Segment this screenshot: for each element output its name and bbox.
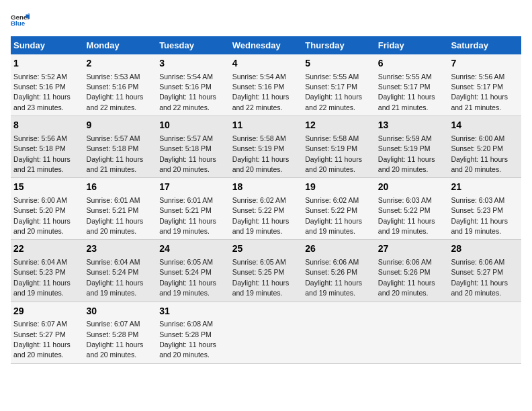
calendar-cell: 2Sunrise: 5:53 AM Sunset: 5:16 PM Daylig… (84, 54, 157, 116)
calendar-cell: 14Sunrise: 6:00 AM Sunset: 5:20 PM Dayli… (448, 116, 521, 178)
week-row-3: 15Sunrise: 6:00 AM Sunset: 5:20 PM Dayli… (11, 178, 521, 240)
day-number: 21 (451, 181, 519, 194)
calendar-cell: 10Sunrise: 5:57 AM Sunset: 5:18 PM Dayli… (157, 116, 230, 178)
day-info: Sunrise: 6:08 AM Sunset: 5:28 PM Dayligh… (159, 320, 216, 359)
day-info: Sunrise: 6:06 AM Sunset: 5:27 PM Dayligh… (451, 258, 508, 297)
day-info: Sunrise: 5:53 AM Sunset: 5:16 PM Dayligh… (87, 73, 144, 111)
day-info: Sunrise: 6:03 AM Sunset: 5:23 PM Dayligh… (451, 196, 508, 235)
day-number: 14 (451, 119, 519, 132)
calendar-cell: 28Sunrise: 6:06 AM Sunset: 5:27 PM Dayli… (448, 240, 521, 302)
day-info: Sunrise: 6:03 AM Sunset: 5:22 PM Dayligh… (378, 196, 435, 235)
day-info: Sunrise: 5:52 AM Sunset: 5:16 PM Dayligh… (13, 73, 71, 111)
day-number: 6 (378, 57, 446, 71)
calendar-cell: 11Sunrise: 5:58 AM Sunset: 5:19 PM Dayli… (230, 116, 303, 178)
day-info: Sunrise: 5:55 AM Sunset: 5:17 PM Dayligh… (378, 73, 435, 111)
week-row-1: 1Sunrise: 5:52 AM Sunset: 5:16 PM Daylig… (11, 54, 521, 116)
week-row-2: 8Sunrise: 5:56 AM Sunset: 5:18 PM Daylig… (11, 116, 521, 178)
day-info: Sunrise: 5:56 AM Sunset: 5:17 PM Dayligh… (451, 73, 508, 111)
day-info: Sunrise: 5:58 AM Sunset: 5:19 PM Dayligh… (232, 134, 290, 173)
day-number: 31 (159, 305, 227, 318)
calendar-cell: 15Sunrise: 6:00 AM Sunset: 5:20 PM Dayli… (11, 178, 84, 240)
day-info: Sunrise: 6:02 AM Sunset: 5:22 PM Dayligh… (232, 196, 290, 235)
day-info: Sunrise: 5:57 AM Sunset: 5:18 PM Dayligh… (87, 134, 144, 173)
calendar-cell: 23Sunrise: 6:04 AM Sunset: 5:24 PM Dayli… (84, 240, 157, 302)
day-number: 5 (305, 57, 373, 71)
day-number: 19 (305, 181, 373, 194)
day-info: Sunrise: 5:54 AM Sunset: 5:16 PM Dayligh… (159, 73, 216, 111)
day-number: 13 (378, 119, 446, 132)
logo: General Blue (11, 11, 32, 30)
calendar-cell: 25Sunrise: 6:05 AM Sunset: 5:25 PM Dayli… (230, 240, 303, 302)
day-number: 27 (378, 242, 446, 256)
day-number: 12 (305, 119, 373, 132)
calendar-cell: 9Sunrise: 5:57 AM Sunset: 5:18 PM Daylig… (84, 116, 157, 178)
calendar-cell: 6Sunrise: 5:55 AM Sunset: 5:17 PM Daylig… (375, 54, 449, 116)
week-row-5: 29Sunrise: 6:07 AM Sunset: 5:27 PM Dayli… (11, 302, 521, 363)
header-friday: Friday (375, 36, 449, 54)
day-number: 24 (159, 242, 227, 256)
day-number: 7 (451, 57, 519, 71)
day-number: 26 (305, 242, 373, 256)
day-number: 22 (13, 242, 81, 256)
calendar-header: SundayMondayTuesdayWednesdayThursdayFrid… (11, 36, 521, 54)
day-number: 23 (87, 242, 154, 256)
calendar-cell (448, 302, 521, 363)
day-info: Sunrise: 6:04 AM Sunset: 5:24 PM Dayligh… (87, 258, 144, 297)
day-number: 17 (159, 181, 227, 194)
calendar-cell: 1Sunrise: 5:52 AM Sunset: 5:16 PM Daylig… (11, 54, 84, 116)
calendar-cell: 4Sunrise: 5:54 AM Sunset: 5:16 PM Daylig… (230, 54, 303, 116)
week-row-4: 22Sunrise: 6:04 AM Sunset: 5:23 PM Dayli… (11, 240, 521, 302)
header-wednesday: Wednesday (230, 36, 303, 54)
day-info: Sunrise: 5:54 AM Sunset: 5:16 PM Dayligh… (232, 73, 290, 111)
calendar-cell: 13Sunrise: 5:59 AM Sunset: 5:19 PM Dayli… (375, 116, 449, 178)
day-info: Sunrise: 6:04 AM Sunset: 5:23 PM Dayligh… (13, 258, 71, 297)
day-number: 8 (13, 119, 81, 132)
calendar-cell: 12Sunrise: 5:58 AM Sunset: 5:19 PM Dayli… (302, 116, 375, 178)
calendar-cell: 5Sunrise: 5:55 AM Sunset: 5:17 PM Daylig… (302, 54, 375, 116)
calendar-cell: 17Sunrise: 6:01 AM Sunset: 5:21 PM Dayli… (157, 178, 230, 240)
day-number: 29 (13, 305, 81, 318)
page-header: General Blue (11, 11, 521, 30)
day-number: 20 (378, 181, 446, 194)
day-number: 28 (451, 242, 519, 256)
header-sunday: Sunday (11, 36, 84, 54)
day-number: 30 (87, 305, 154, 318)
calendar-cell: 26Sunrise: 6:06 AM Sunset: 5:26 PM Dayli… (302, 240, 375, 302)
day-info: Sunrise: 5:58 AM Sunset: 5:19 PM Dayligh… (305, 134, 362, 173)
calendar-cell: 29Sunrise: 6:07 AM Sunset: 5:27 PM Dayli… (11, 302, 84, 363)
day-info: Sunrise: 6:00 AM Sunset: 5:20 PM Dayligh… (451, 134, 508, 173)
day-number: 4 (232, 57, 300, 71)
day-info: Sunrise: 6:05 AM Sunset: 5:25 PM Dayligh… (232, 258, 290, 297)
calendar-cell: 8Sunrise: 5:56 AM Sunset: 5:18 PM Daylig… (11, 116, 84, 178)
day-info: Sunrise: 6:01 AM Sunset: 5:21 PM Dayligh… (87, 196, 144, 235)
calendar-cell (375, 302, 449, 363)
day-number: 25 (232, 242, 300, 256)
calendar-cell: 24Sunrise: 6:05 AM Sunset: 5:24 PM Dayli… (157, 240, 230, 302)
day-info: Sunrise: 5:55 AM Sunset: 5:17 PM Dayligh… (305, 73, 362, 111)
day-info: Sunrise: 6:05 AM Sunset: 5:24 PM Dayligh… (159, 258, 216, 297)
day-info: Sunrise: 6:06 AM Sunset: 5:26 PM Dayligh… (305, 258, 362, 297)
day-info: Sunrise: 5:56 AM Sunset: 5:18 PM Dayligh… (13, 134, 71, 173)
calendar-cell: 3Sunrise: 5:54 AM Sunset: 5:16 PM Daylig… (157, 54, 230, 116)
day-info: Sunrise: 6:06 AM Sunset: 5:26 PM Dayligh… (378, 258, 435, 297)
calendar-cell: 30Sunrise: 6:07 AM Sunset: 5:28 PM Dayli… (84, 302, 157, 363)
day-info: Sunrise: 6:07 AM Sunset: 5:27 PM Dayligh… (13, 320, 71, 359)
day-info: Sunrise: 6:00 AM Sunset: 5:20 PM Dayligh… (13, 196, 71, 235)
calendar-cell (302, 302, 375, 363)
day-number: 18 (232, 181, 300, 194)
day-number: 9 (87, 119, 154, 132)
calendar-cell: 7Sunrise: 5:56 AM Sunset: 5:17 PM Daylig… (448, 54, 521, 116)
calendar-cell: 16Sunrise: 6:01 AM Sunset: 5:21 PM Dayli… (84, 178, 157, 240)
day-number: 15 (13, 181, 81, 194)
day-number: 2 (87, 57, 154, 71)
day-info: Sunrise: 6:07 AM Sunset: 5:28 PM Dayligh… (87, 320, 144, 359)
header-thursday: Thursday (302, 36, 375, 54)
calendar-cell: 31Sunrise: 6:08 AM Sunset: 5:28 PM Dayli… (157, 302, 230, 363)
calendar-cell (230, 302, 303, 363)
calendar-cell: 19Sunrise: 6:02 AM Sunset: 5:22 PM Dayli… (302, 178, 375, 240)
calendar-cell: 22Sunrise: 6:04 AM Sunset: 5:23 PM Dayli… (11, 240, 84, 302)
day-number: 10 (159, 119, 227, 132)
logo-icon: General Blue (11, 11, 30, 30)
day-info: Sunrise: 6:01 AM Sunset: 5:21 PM Dayligh… (159, 196, 216, 235)
svg-text:Blue: Blue (11, 19, 26, 27)
